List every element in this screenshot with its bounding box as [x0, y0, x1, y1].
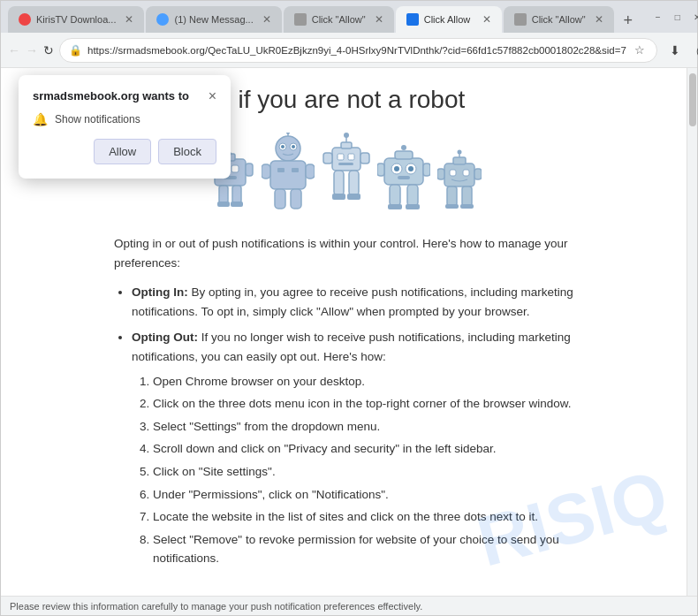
svg-rect-48: [423, 164, 430, 176]
svg-point-43: [408, 166, 413, 171]
notif-title: srmadsmebook.org wants to: [33, 89, 189, 103]
svg-rect-23: [306, 164, 315, 179]
svg-rect-63: [445, 204, 459, 209]
svg-rect-61: [447, 186, 457, 206]
svg-rect-53: [444, 164, 474, 186]
svg-rect-54: [450, 170, 456, 176]
maximize-button[interactable]: □: [671, 10, 685, 24]
svg-point-41: [394, 166, 399, 171]
svg-point-16: [292, 145, 295, 148]
browser-content-area: srmadsmebook.org wants to × 🔔 Show notif…: [1, 68, 697, 596]
tab-click-allow-active[interactable]: Click Allow ✕: [396, 6, 502, 33]
svg-rect-28: [348, 154, 354, 160]
tab-strip: KirisTV Downloa... ✕ (1) New Messag... ✕…: [8, 1, 641, 33]
tab4-close[interactable]: ✕: [482, 13, 491, 26]
tab-click-allow-gray[interactable]: Click "Allow" ✕: [284, 6, 394, 33]
svg-point-58: [458, 150, 462, 155]
tab-kris[interactable]: KirisTV Downloa... ✕: [8, 6, 144, 33]
step-3: Select "Settings" from the dropdown menu…: [153, 417, 573, 437]
refresh-button[interactable]: ↻: [43, 38, 54, 63]
svg-rect-39: [384, 158, 423, 185]
address-bar[interactable]: 🔒 https://srmadsmebook.org/QecTaLU_UkR0E…: [59, 38, 657, 63]
lock-icon: 🔒: [69, 44, 82, 57]
svg-rect-22: [262, 164, 270, 179]
robot-5-icon: [437, 146, 482, 217]
status-bar: Please review this information carefully…: [1, 596, 697, 615]
svg-rect-25: [291, 189, 301, 209]
opting-out-text: If you no longer wish to receive push no…: [132, 331, 571, 363]
tab5-favicon: [514, 13, 527, 26]
tab3-close[interactable]: ✕: [375, 13, 383, 26]
steps-list: Open Chrome browser on your desktop. Cli…: [132, 372, 573, 568]
svg-rect-19: [270, 161, 306, 189]
page-body-text: Opting in or out of push notifications i…: [114, 234, 573, 568]
back-button[interactable]: ←: [8, 38, 20, 63]
svg-point-32: [344, 133, 349, 138]
scrollbar[interactable]: [687, 68, 697, 596]
svg-rect-36: [349, 171, 359, 195]
title-bar: KirisTV Downloa... ✕ (1) New Messag... ✕…: [1, 1, 697, 33]
svg-rect-2: [231, 165, 239, 172]
tab5-close[interactable]: ✕: [595, 13, 603, 26]
minimize-button[interactable]: −: [651, 10, 665, 24]
nav-bar: ← → ↻ 🔒 https://srmadsmebook.org/QecTaLU…: [1, 33, 697, 68]
tab5[interactable]: Click "Allow" ✕: [504, 6, 614, 33]
robot-3-icon: [322, 128, 370, 217]
step-6: Under "Permissions", click on "Notificat…: [153, 485, 573, 505]
page-content: srmadsmebook.org wants to × 🔔 Show notif…: [1, 68, 687, 596]
window-controls: − □ ✕: [651, 10, 698, 24]
step-8: Select "Remove" to revoke permission for…: [153, 530, 573, 568]
allow-button[interactable]: Allow: [94, 139, 151, 164]
notif-permission-row: 🔔 Show notifications: [33, 112, 216, 126]
step-4: Scroll down and click on "Privacy and se…: [153, 439, 573, 459]
step-7: Locate the website in the list of sites …: [153, 507, 573, 527]
svg-rect-52: [406, 204, 420, 209]
svg-rect-37: [332, 194, 345, 200]
svg-rect-34: [360, 153, 369, 164]
tab-msg-close[interactable]: ✕: [262, 13, 271, 26]
svg-rect-29: [338, 163, 353, 165]
tab-kris-close[interactable]: ✕: [125, 13, 133, 26]
bell-icon: 🔔: [33, 112, 48, 126]
step-5: Click on "Site settings".: [153, 462, 573, 482]
forward-button[interactable]: →: [26, 38, 38, 63]
status-text: Please review this information carefully…: [10, 601, 422, 612]
svg-rect-8: [219, 186, 228, 203]
notif-buttons: Allow Block: [33, 139, 216, 164]
notif-permission-text: Show notifications: [55, 113, 140, 125]
svg-rect-50: [407, 185, 418, 206]
close-button[interactable]: ✕: [690, 10, 698, 24]
svg-rect-51: [388, 204, 402, 209]
tab4-favicon: [406, 13, 419, 26]
svg-rect-44: [398, 176, 410, 179]
opting-in-text: By opting in, you agree to receive push …: [132, 285, 573, 318]
svg-rect-38: [347, 194, 360, 200]
tab-kris-favicon: [19, 13, 31, 26]
svg-rect-9: [232, 186, 241, 203]
robot-2-icon: [262, 133, 315, 217]
step-2: Click on the three dots menu icon in the…: [153, 394, 573, 414]
svg-point-15: [281, 145, 285, 148]
bookmark-icon[interactable]: ☆: [632, 42, 648, 58]
new-tab-button[interactable]: +: [616, 8, 641, 33]
notif-close-button[interactable]: ×: [209, 89, 216, 103]
svg-rect-33: [323, 153, 332, 164]
notification-popup: srmadsmebook.org wants to × 🔔 Show notif…: [19, 75, 231, 179]
profile-button[interactable]: ◯: [691, 38, 698, 63]
notif-header: srmadsmebook.org wants to ×: [33, 89, 216, 103]
svg-rect-10: [217, 202, 230, 207]
robot-4-icon: [377, 137, 430, 217]
block-button[interactable]: Block: [158, 139, 216, 164]
tab-kris-label: KirisTV Downloa...: [36, 14, 116, 25]
tab5-label: Click "Allow": [532, 14, 586, 25]
tab-msg[interactable]: (1) New Messag... ✕: [146, 6, 281, 33]
step-1: Open Chrome browser on your desktop.: [153, 372, 573, 392]
opting-in-label: Opting In:: [132, 285, 188, 299]
opting-out-item: Opting Out: If you no longer wish to rec…: [132, 328, 573, 568]
svg-rect-7: [246, 164, 253, 176]
svg-rect-59: [437, 169, 444, 179]
scrollbar-thumb[interactable]: [689, 73, 696, 126]
svg-rect-24: [275, 189, 285, 209]
download-button[interactable]: ⬇: [663, 38, 687, 63]
svg-rect-30: [341, 142, 352, 148]
